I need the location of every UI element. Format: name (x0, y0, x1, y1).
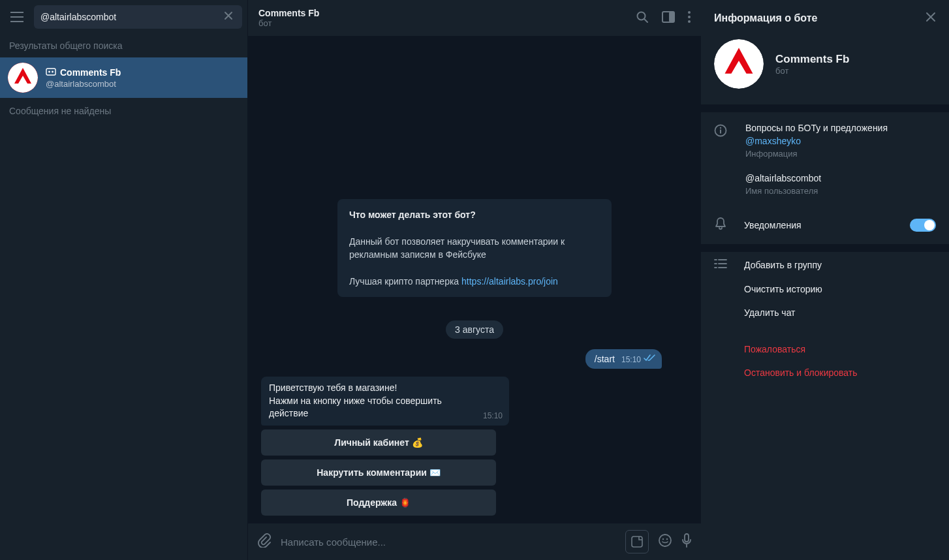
add-to-group-label: Добавить в группу (744, 260, 822, 270)
more-icon[interactable] (688, 11, 691, 25)
sidebar-top (0, 0, 247, 34)
chat-subtitle: бот (258, 18, 636, 28)
info-panel: Информация о боте Comments Fb бот Вопрос… (701, 0, 949, 560)
chat-actions (636, 10, 691, 26)
search-input[interactable] (40, 12, 221, 22)
stop-block-label: Остановить и блокировать (744, 367, 858, 378)
svg-point-12 (662, 538, 664, 540)
outgoing-time: 15:10 (621, 355, 641, 364)
outgoing-meta: 15:10 (621, 354, 655, 364)
incoming-line1: Приветствую тебя в магазине! (269, 382, 397, 393)
list-icon (714, 258, 727, 271)
info-name: Comments Fb (775, 53, 849, 66)
svg-rect-1 (46, 69, 55, 75)
outgoing-msg-wrap: /start 15:10 (248, 349, 701, 377)
delete-chat-label: Удалить чат (744, 307, 796, 318)
result-avatar (8, 63, 38, 93)
clear-history-label: Очистить историю (744, 284, 822, 294)
outgoing-msg[interactable]: /start 15:10 (585, 349, 662, 369)
svg-rect-14 (685, 534, 689, 542)
composer (248, 523, 701, 560)
search-clear-icon[interactable] (221, 8, 236, 25)
bell-icon (714, 217, 727, 234)
add-to-group-row[interactable]: Добавить в группу (701, 252, 949, 277)
svg-rect-10 (632, 537, 642, 547)
info-profile[interactable]: Comments Fb бот (701, 33, 949, 104)
info-title: Информация о боте (714, 12, 817, 24)
sticker-icon[interactable] (625, 530, 649, 553)
svg-point-0 (8, 63, 38, 93)
info-profile-text: Comments Fb бот (775, 53, 849, 76)
svg-point-13 (666, 538, 668, 540)
result-username: @altairlabscombot (46, 79, 121, 89)
notifications-toggle[interactable] (910, 219, 936, 232)
bot-intro-link[interactable]: https://altairlabs.pro/join (461, 276, 558, 287)
result-text: Comments Fb @altairlabscombot (46, 67, 121, 89)
emoji-icon[interactable] (658, 533, 672, 550)
svg-point-15 (714, 39, 764, 89)
messages-area[interactable]: Что может делать этот бот? Данный бот по… (248, 37, 701, 523)
stop-block-row[interactable]: Остановить и блокировать (701, 361, 949, 384)
inline-btn-comments[interactable]: Накрутить комментарии ✉️ (261, 459, 496, 486)
info-username-label: Имя пользователя (745, 186, 936, 196)
info-header: Информация о боте (701, 0, 949, 33)
report-row[interactable]: Пожаловаться (701, 337, 949, 361)
notifications-label: Уведомления (744, 220, 801, 230)
info-subtitle: бот (775, 66, 849, 76)
chat-title: Comments Fb (258, 8, 636, 18)
bot-intro-card: Что может делать этот бот? Данный бот по… (337, 199, 612, 297)
sidebar: Результаты общего поиска Comments Fb @al… (0, 0, 248, 560)
inline-btn-support[interactable]: Поддержка 🏮 (261, 490, 496, 516)
delete-chat-row[interactable]: Удалить чат (701, 301, 949, 324)
no-messages-label: Сообщения не найдены (0, 98, 247, 124)
clear-history-row[interactable]: Очистить историю (701, 277, 949, 301)
chat-column: Comments Fb бот Что может делать этот бо… (248, 0, 701, 560)
svg-point-11 (659, 535, 671, 546)
bot-badge-icon (46, 67, 56, 78)
info-username[interactable]: @altairlabscombot (745, 173, 936, 183)
attach-icon[interactable] (257, 533, 272, 550)
result-title: Comments Fb (60, 67, 121, 78)
report-label: Пожаловаться (744, 344, 805, 354)
svg-point-3 (52, 70, 54, 72)
bot-intro-promo: Лучшая крипто партнерка (349, 276, 461, 287)
bot-intro-heading: Что может делать этот бот? (349, 210, 476, 220)
svg-rect-6 (669, 12, 674, 22)
close-icon[interactable] (926, 12, 936, 25)
svg-point-17 (720, 127, 721, 129)
global-results-header: Результаты общего поиска (0, 34, 247, 57)
inline-keyboard: Личный кабинет 💰 Накрутить комментарии ✉… (248, 429, 496, 516)
info-about-block: Вопросы по БОТу и предложения @maxsheyko… (701, 112, 949, 206)
svg-point-7 (688, 11, 691, 14)
read-checks-icon (644, 354, 655, 364)
info-about-link[interactable]: @maxsheyko (745, 136, 936, 146)
svg-point-8 (688, 16, 691, 18)
search-result-item[interactable]: Comments Fb @altairlabscombot (0, 57, 247, 98)
outgoing-text: /start (595, 354, 615, 364)
date-chip: 3 августа (446, 320, 503, 339)
menu-icon[interactable] (5, 5, 29, 29)
chat-title-wrap[interactable]: Comments Fb бот (258, 8, 636, 28)
incoming-line2: Нажми на кнопку ниже чтобы совершить дей… (269, 396, 442, 419)
bot-intro-body: Данный бот позволяет накручивать коммент… (349, 236, 565, 260)
inline-btn-cabinet[interactable]: Личный кабинет 💰 (261, 429, 496, 456)
search-icon[interactable] (636, 10, 649, 26)
incoming-msg-wrap: Приветствую тебя в магазине! Нажми на кн… (248, 377, 701, 429)
info-icon (714, 123, 728, 140)
mic-icon[interactable] (681, 533, 692, 550)
sidepanel-icon[interactable] (662, 11, 675, 25)
svg-rect-18 (720, 130, 721, 134)
notifications-row[interactable]: Уведомления (701, 206, 949, 244)
info-about-text: Вопросы по БОТу и предложения (745, 123, 936, 133)
svg-point-2 (48, 70, 50, 72)
svg-point-9 (688, 20, 691, 23)
incoming-msg[interactable]: Приветствую тебя в магазине! Нажми на кн… (261, 377, 509, 426)
compose-input[interactable] (281, 537, 616, 548)
search-box[interactable] (34, 5, 242, 29)
info-about-label: Информация (745, 149, 936, 159)
result-title-row: Comments Fb (46, 67, 121, 78)
incoming-time: 15:10 (483, 411, 503, 422)
chat-header: Comments Fb бот (248, 0, 701, 37)
info-avatar (714, 39, 764, 89)
